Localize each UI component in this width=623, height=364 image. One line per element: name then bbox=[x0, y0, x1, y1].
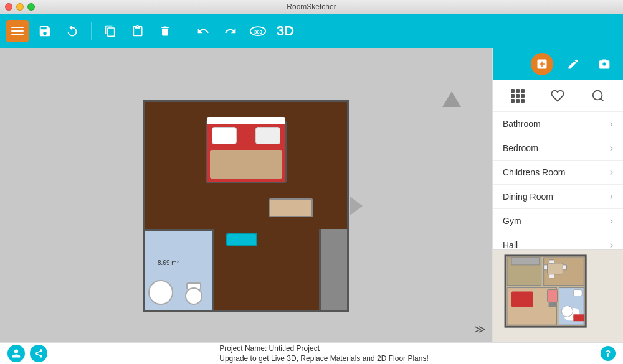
status-text: Project Name: Untitled Project Upgrade t… bbox=[219, 344, 429, 363]
direction-arrow bbox=[350, 197, 363, 215]
expand-button[interactable]: ≫ bbox=[474, 322, 486, 336]
undo-button[interactable] bbox=[192, 20, 214, 42]
menu-button[interactable] bbox=[6, 20, 29, 42]
chevron-right-icon: › bbox=[610, 142, 613, 154]
window-controls[interactable] bbox=[5, 3, 35, 11]
copy-button[interactable] bbox=[99, 20, 121, 42]
undo-rotate-button[interactable] bbox=[61, 20, 83, 42]
svg-rect-18 bbox=[544, 265, 548, 270]
save-button[interactable] bbox=[34, 20, 56, 42]
category-item-bathroom[interactable]: Bathroom › bbox=[493, 112, 623, 136]
category-item-hall[interactable]: Hall › bbox=[493, 233, 623, 249]
category-item-bedroom[interactable]: Bedroom › bbox=[493, 136, 623, 161]
view3d-button[interactable]: 3D bbox=[277, 23, 294, 39]
toolbar: 360 3D bbox=[0, 14, 623, 48]
category-label: Childrens Room bbox=[503, 167, 565, 177]
menu-icon bbox=[11, 34, 24, 35]
svg-point-22 bbox=[561, 306, 573, 317]
category-label: Bathroom bbox=[503, 119, 541, 129]
svg-line-3 bbox=[601, 98, 603, 101]
redo-button[interactable] bbox=[219, 20, 242, 42]
chevron-right-icon: › bbox=[610, 167, 613, 178]
panel-nav-icons bbox=[493, 80, 623, 112]
compass-arrow bbox=[442, 91, 461, 107]
bottom-left-icons bbox=[7, 345, 47, 362]
preview-floorplan bbox=[493, 249, 623, 342]
category-label: Gym bbox=[503, 216, 521, 226]
svg-rect-16 bbox=[549, 260, 554, 264]
bed-furniture[interactable] bbox=[206, 121, 287, 183]
svg-rect-14 bbox=[573, 314, 584, 317]
svg-rect-20 bbox=[511, 258, 540, 265]
svg-rect-17 bbox=[549, 274, 554, 278]
category-label: Dining Room bbox=[503, 192, 553, 202]
share-button[interactable] bbox=[30, 345, 47, 362]
status-bar: Project Name: Untitled Project Upgrade t… bbox=[0, 342, 623, 364]
bathroom-section[interactable]: 8.69 m² bbox=[145, 229, 214, 310]
panel-top-icons bbox=[493, 48, 623, 80]
toolbar-separator bbox=[91, 22, 92, 40]
add-furniture-button[interactable] bbox=[531, 53, 553, 75]
bed-headboard bbox=[207, 117, 285, 124]
category-item-childrens-room[interactable]: Childrens Room › bbox=[493, 161, 623, 185]
project-name: Project Name: Untitled Project bbox=[219, 344, 429, 353]
menu-icon bbox=[11, 27, 24, 28]
category-item-dining-room[interactable]: Dining Room › bbox=[493, 185, 623, 209]
toilet-furniture[interactable] bbox=[185, 282, 202, 305]
toolbar-separator-2 bbox=[184, 22, 184, 40]
favorites-button[interactable] bbox=[548, 86, 567, 105]
search-button[interactable] bbox=[589, 86, 607, 105]
toilet-bowl bbox=[185, 287, 202, 305]
paste-button[interactable] bbox=[126, 20, 149, 42]
floor-plan-container[interactable]: 8.69 m² bbox=[143, 100, 349, 312]
sink-furniture[interactable] bbox=[148, 280, 173, 305]
pillow-right bbox=[255, 127, 280, 144]
desk-furniture[interactable] bbox=[269, 198, 313, 217]
svg-rect-21 bbox=[548, 290, 558, 302]
menu-icon bbox=[11, 30, 24, 32]
right-panel: Bathroom › Bedroom › Childrens Room › Di… bbox=[492, 48, 623, 342]
upgrade-text: Upgrade to get Live 3D, Replace Material… bbox=[219, 354, 429, 363]
chevron-right-icon: › bbox=[610, 118, 613, 129]
category-item-gym[interactable]: Gym › bbox=[493, 209, 623, 233]
svg-rect-15 bbox=[548, 263, 563, 274]
delete-button[interactable] bbox=[154, 20, 176, 42]
floor-plan[interactable]: 8.69 m² bbox=[143, 100, 349, 312]
chevron-right-icon: › bbox=[610, 240, 613, 249]
svg-rect-19 bbox=[563, 265, 566, 270]
view360-button[interactable]: 360 bbox=[247, 20, 269, 42]
user-icon-button[interactable] bbox=[7, 345, 25, 362]
svg-text:360: 360 bbox=[254, 29, 263, 34]
svg-rect-10 bbox=[511, 292, 533, 307]
app-title: RoomSketcher bbox=[287, 2, 336, 11]
svg-rect-23 bbox=[573, 290, 582, 296]
category-label: Hall bbox=[503, 240, 518, 249]
maximize-button[interactable] bbox=[27, 3, 35, 11]
category-label: Bedroom bbox=[503, 143, 538, 153]
grid-icon bbox=[511, 89, 525, 103]
area-label: 8.69 m² bbox=[158, 259, 179, 266]
chevron-right-icon: › bbox=[610, 215, 613, 226]
svg-point-2 bbox=[593, 91, 602, 100]
help-button[interactable]: ? bbox=[601, 346, 616, 361]
category-list: Bathroom › Bedroom › Childrens Room › Di… bbox=[493, 112, 623, 249]
main-area: 8.69 m² ≫ bbox=[0, 48, 623, 342]
kitchen-counter[interactable] bbox=[319, 229, 347, 310]
bed-blanket bbox=[210, 150, 282, 179]
minimize-button[interactable] bbox=[16, 3, 24, 11]
edit-button[interactable] bbox=[562, 53, 584, 75]
pillow-left bbox=[212, 127, 237, 144]
photo-button[interactable] bbox=[593, 53, 616, 75]
close-button[interactable] bbox=[5, 3, 12, 11]
chevron-right-icon: › bbox=[610, 191, 613, 202]
bed-frame bbox=[206, 121, 287, 183]
canvas-area[interactable]: 8.69 m² ≫ bbox=[0, 48, 492, 342]
grid-view-button[interactable] bbox=[508, 86, 527, 105]
title-bar: RoomSketcher bbox=[0, 0, 623, 14]
sofa-furniture[interactable] bbox=[226, 233, 257, 246]
